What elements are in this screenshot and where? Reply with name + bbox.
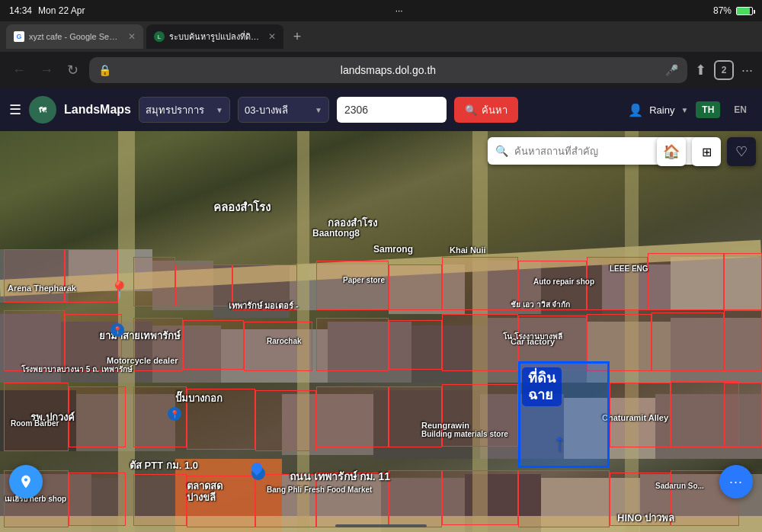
- battery-percent: 87%: [713, 5, 732, 16]
- map-arrow: ↑: [553, 428, 565, 457]
- status-dots: ···: [395, 5, 403, 16]
- status-center: ···: [395, 5, 403, 16]
- tab-close-lands[interactable]: ✕: [268, 31, 276, 42]
- search-label: ค้นหา: [482, 102, 507, 118]
- map-satellite: ↑ ที่ดิน ฉาย คลองสำโรง กลองสำโรง Samrong…: [0, 131, 762, 532]
- province-chevron: ▼: [216, 106, 223, 114]
- status-right: 87%: [713, 5, 753, 16]
- battery-fill: [737, 8, 750, 14]
- tab-lands[interactable]: L ระบบค้นหารูปแปลงที่ดิน (La... ✕: [146, 24, 283, 49]
- province-value: สมุทรปราการ: [146, 102, 213, 118]
- heart-icon: ♡: [735, 143, 748, 160]
- status-bar: 14:34 Mon 22 Apr ··· 87%: [0, 0, 762, 21]
- status-day: Mon 22 Apr: [38, 5, 85, 16]
- lang-th-button[interactable]: TH: [696, 101, 720, 118]
- tab-label-lands: ระบบค้นหารูปแปลงที่ดิน (La...: [169, 30, 261, 43]
- lang-en-button[interactable]: EN: [728, 101, 753, 118]
- map-area[interactable]: ↑ ที่ดิน ฉาย คลองสำโรง กลองสำโรง Samrong…: [0, 131, 762, 532]
- tab-favicon-lands: L: [154, 31, 165, 42]
- tab-label-google: xyzt cafe - Google Sear...: [29, 32, 120, 41]
- user-area: 👤 Rainy ▼: [628, 103, 688, 117]
- favorite-btn[interactable]: ♡: [727, 137, 756, 166]
- user-icon: 👤: [628, 103, 643, 117]
- scroll-indicator: [335, 524, 427, 527]
- reload-button[interactable]: ↻: [64, 59, 82, 82]
- hamburger-menu[interactable]: ☰: [9, 101, 21, 118]
- grid-view-btn[interactable]: ⊞: [692, 137, 721, 166]
- mic-icon[interactable]: 🎤: [665, 64, 678, 76]
- site-name: LandsMaps: [64, 103, 131, 117]
- more-dots-icon: ···: [729, 474, 743, 490]
- district-select[interactable]: 03-บางพลี ▼: [238, 97, 329, 123]
- map-pin-1[interactable]: 📍: [110, 323, 124, 337]
- user-chevron: ▼: [680, 106, 688, 114]
- search-button[interactable]: 🔍 ค้นหา: [454, 97, 518, 123]
- tab-new-button[interactable]: +: [287, 26, 308, 47]
- status-time: 14:34: [9, 5, 32, 16]
- status-left: 14:34 Mon 22 Apr: [9, 5, 85, 16]
- locate-icon: [18, 474, 34, 489]
- highlighted-parcel-label: ที่ดิน ฉาย: [522, 367, 562, 406]
- lands-toolbar: ☰ 🗺 LandsMaps สมุทรปราการ ▼ 03-บางพลี ▼ …: [0, 88, 762, 131]
- lock-icon: 🔒: [98, 64, 111, 76]
- district-chevron: ▼: [315, 106, 322, 114]
- tab-new-icon: +: [293, 29, 302, 45]
- province-select[interactable]: สมุทรปราการ ▼: [139, 97, 230, 123]
- tab-count[interactable]: 2: [714, 60, 734, 80]
- highlight-text-2: ฉาย: [528, 387, 555, 404]
- forward-button[interactable]: →: [37, 59, 56, 82]
- tab-bar: G xyzt cafe - Google Sear... ✕ L ระบบค้น…: [0, 21, 762, 52]
- logo-icon: 🗺: [29, 96, 56, 123]
- url-text: landsmaps.dol.go.th: [117, 64, 659, 76]
- district-value: 03-บางพลี: [245, 102, 312, 118]
- search-overlay-icon: 🔍: [495, 145, 508, 157]
- tab-close-google[interactable]: ✕: [128, 31, 136, 42]
- map-top-right: 🏠 ⊞ ♡: [657, 137, 756, 166]
- parcel-search-input-wrap: 2306: [337, 97, 447, 123]
- grid-icon: ⊞: [702, 145, 712, 159]
- home-icon: 🏠: [663, 143, 680, 160]
- tab-google[interactable]: G xyzt cafe - Google Sear... ✕: [6, 24, 143, 49]
- fab-more[interactable]: ···: [719, 465, 753, 498]
- highlight-text-1: ที่ดิน: [528, 370, 555, 387]
- share-icon[interactable]: ⬆: [695, 62, 706, 79]
- back-button[interactable]: ←: [9, 59, 29, 82]
- address-bar: ← → ↻ 🔒 landsmaps.dol.go.th 🎤 ⬆ 2 ···: [0, 52, 762, 88]
- more-icon[interactable]: ···: [741, 62, 753, 79]
- home-view-btn[interactable]: 🏠: [657, 137, 686, 166]
- search-icon: 🔍: [465, 104, 477, 116]
- user-name: Rainy: [649, 104, 674, 116]
- url-bar[interactable]: 🔒 landsmaps.dol.go.th 🎤: [89, 57, 687, 83]
- map-pin-green[interactable]: 📍: [109, 280, 130, 300]
- map-pin-2[interactable]: 📍: [168, 407, 181, 421]
- tab-favicon-google: G: [14, 31, 24, 42]
- parcel-search-value[interactable]: 2306: [344, 104, 439, 116]
- battery-icon: [736, 7, 753, 15]
- fab-locate[interactable]: [9, 465, 43, 498]
